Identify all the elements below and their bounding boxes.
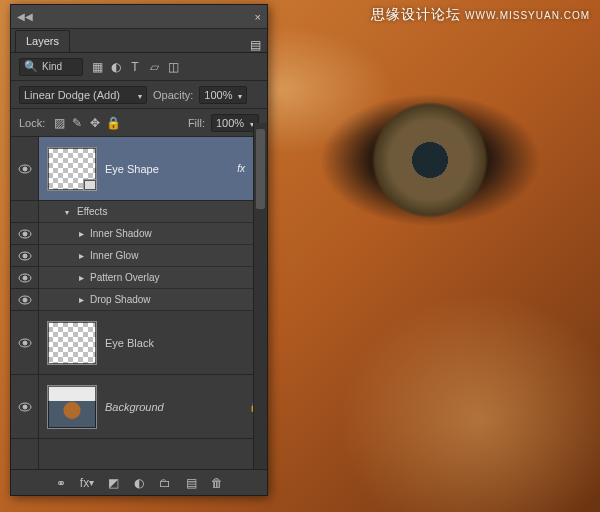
visibility-toggle[interactable]: [11, 375, 38, 439]
filter-kind-label[interactable]: [42, 61, 74, 72]
bullet-icon: [79, 250, 84, 261]
lock-row: Lock: ▨ ✎ ✥ 🔒 Fill: 100%: [11, 109, 267, 137]
visibility-column: [11, 137, 39, 469]
effect-item[interactable]: Drop Shadow: [39, 289, 267, 311]
layers-list: Eye Shape fx Effects Inner Shadow Inner …: [11, 137, 267, 469]
effect-visibility-toggle[interactable]: [11, 267, 38, 289]
effect-name: Drop Shadow: [90, 294, 151, 305]
layer-name[interactable]: Eye Black: [105, 337, 261, 349]
layers-panel: ◀◀ × Layers ▤ 🔍 ▦ ◐ T ▱ ◫ Linear Dodge (…: [10, 4, 268, 496]
adjustment-icon[interactable]: ◐: [128, 476, 150, 490]
collapse-icon[interactable]: ◀◀: [17, 11, 33, 22]
bullet-icon: [79, 228, 84, 239]
search-icon: 🔍: [24, 60, 38, 73]
opacity-select[interactable]: 100%: [199, 86, 247, 104]
layer-thumbnail[interactable]: [47, 147, 97, 191]
lock-icons: ▨ ✎ ✥ 🔒: [51, 115, 121, 131]
effect-name: Pattern Overlay: [90, 272, 159, 283]
tab-layers[interactable]: Layers: [15, 30, 70, 52]
filter-type-icon[interactable]: T: [127, 59, 143, 75]
link-layers-icon[interactable]: ⚭: [50, 476, 72, 490]
layer-row[interactable]: Eye Shape fx: [39, 137, 267, 201]
lock-label: Lock:: [19, 117, 45, 129]
effect-visibility-toggle[interactable]: [11, 245, 38, 267]
fx-menu-icon[interactable]: fx▾: [76, 476, 98, 490]
panel-tabs: Layers ▤: [11, 29, 267, 53]
bullet-icon: [79, 272, 84, 283]
layer-name[interactable]: Eye Shape: [105, 163, 229, 175]
filter-icons: ▦ ◐ T ▱ ◫: [89, 59, 181, 75]
effect-item[interactable]: Inner Shadow: [39, 223, 267, 245]
visibility-toggle[interactable]: [11, 311, 38, 375]
chevron-down-icon: [234, 89, 242, 101]
effect-visibility-toggle[interactable]: [11, 289, 38, 311]
fill-select[interactable]: 100%: [211, 114, 259, 132]
fill-value: 100%: [216, 117, 244, 129]
close-icon[interactable]: ×: [255, 11, 261, 23]
filter-kind-select[interactable]: 🔍: [19, 58, 83, 76]
svg-point-5: [23, 254, 27, 258]
panel-header[interactable]: ◀◀ ×: [11, 5, 267, 29]
chevron-down-icon: [134, 89, 142, 101]
effects-header[interactable]: Effects: [39, 201, 267, 223]
opacity-value: 100%: [204, 89, 232, 101]
svg-point-1: [23, 167, 27, 171]
blend-mode-value: Linear Dodge (Add): [24, 89, 120, 101]
new-layer-icon[interactable]: ▤: [180, 476, 202, 490]
vector-mask-badge: [83, 179, 97, 191]
mask-icon[interactable]: ◩: [102, 476, 124, 490]
lock-all-icon[interactable]: 🔒: [105, 115, 121, 131]
effect-item[interactable]: Pattern Overlay: [39, 267, 267, 289]
effect-name: Inner Shadow: [90, 228, 152, 239]
blend-row: Linear Dodge (Add) Opacity: 100%: [11, 81, 267, 109]
effects-label: Effects: [77, 206, 107, 217]
layer-thumbnail[interactable]: [47, 385, 97, 429]
filter-shape-icon[interactable]: ▱: [146, 59, 162, 75]
fx-indicator[interactable]: fx: [237, 163, 245, 174]
fill-label[interactable]: Fill:: [188, 117, 205, 129]
layer-thumbnail[interactable]: [47, 321, 97, 365]
filter-adjust-icon[interactable]: ◐: [108, 59, 124, 75]
filter-row: 🔍 ▦ ◐ T ▱ ◫: [11, 53, 267, 81]
layers-scrollbar[interactable]: [253, 123, 267, 469]
filter-smart-icon[interactable]: ◫: [165, 59, 181, 75]
bullet-icon: [79, 294, 84, 305]
lock-transparent-icon[interactable]: ▨: [51, 115, 67, 131]
effect-name: Inner Glow: [90, 250, 138, 261]
svg-point-3: [23, 232, 27, 236]
svg-point-9: [23, 298, 27, 302]
svg-point-7: [23, 276, 27, 280]
layer-row[interactable]: Eye Black: [39, 311, 267, 375]
layer-row[interactable]: Background 🔒: [39, 375, 267, 439]
scrollbar-thumb[interactable]: [256, 129, 265, 209]
layers-stack: Eye Shape fx Effects Inner Shadow Inner …: [39, 137, 267, 469]
panel-menu-icon[interactable]: ▤: [250, 38, 261, 52]
visibility-toggle[interactable]: [11, 137, 38, 201]
blend-mode-select[interactable]: Linear Dodge (Add): [19, 86, 147, 104]
effect-item[interactable]: Inner Glow: [39, 245, 267, 267]
opacity-label[interactable]: Opacity:: [153, 89, 193, 101]
trash-icon[interactable]: 🗑: [206, 476, 228, 490]
effect-visibility-toggle[interactable]: [11, 223, 38, 245]
panel-footer: ⚭ fx▾ ◩ ◐ 🗀 ▤ 🗑: [11, 469, 267, 495]
filter-pixel-icon[interactable]: ▦: [89, 59, 105, 75]
chevron-down-icon: [65, 206, 71, 217]
lock-brush-icon[interactable]: ✎: [69, 115, 85, 131]
svg-point-13: [23, 405, 27, 409]
lock-move-icon[interactable]: ✥: [87, 115, 103, 131]
visibility-spacer: [11, 201, 38, 223]
layer-name[interactable]: Background: [105, 401, 241, 413]
group-icon[interactable]: 🗀: [154, 476, 176, 490]
watermark: 思缘设计论坛WWW.MISSYUAN.COM: [371, 6, 590, 24]
svg-point-11: [23, 341, 27, 345]
